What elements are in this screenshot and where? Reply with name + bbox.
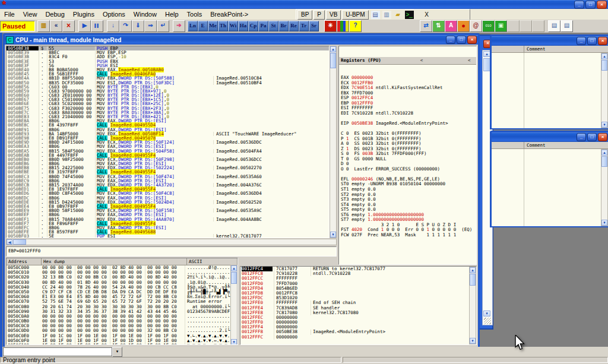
register-line[interactable]: FCW 027F Prec NEAR,53 Mask 1 1 1 1 1 1: [339, 233, 476, 238]
registers-next-icon[interactable]: <: [468, 57, 476, 64]
register-line[interactable]: T 0 GS 0000 NULL: [339, 157, 476, 162]
menu-item-plugins[interactable]: Plugins: [69, 10, 99, 19]
menu-item-tools[interactable]: Tools: [183, 10, 207, 19]
command-combobox[interactable]: [3, 347, 112, 356]
disasm-row[interactable]: 0050BEFE.E8 8597F8FFCALL ImageRed.004956…: [7, 230, 329, 234]
plugin-button-u-bpm[interactable]: U-BPM: [342, 10, 368, 20]
console-icon[interactable]: >_: [405, 11, 414, 19]
comment-window-2-titlebar[interactable]: _ □ ×: [492, 132, 608, 142]
record-icon[interactable]: ●: [457, 20, 470, 32]
registers-prev-icon[interactable]: <: [420, 57, 429, 64]
disasm-row[interactable]: 0050BF03.5EPOP ESIkernel32.7C817077: [7, 234, 329, 238]
folder-icon[interactable]: ▰: [394, 11, 403, 19]
close-icon[interactable]: ×: [467, 36, 477, 44]
plugin-button-vb[interactable]: VB: [326, 10, 341, 20]
open-file-button[interactable]: ▥: [37, 20, 50, 32]
animate-into-button[interactable]: ⇓: [132, 20, 144, 32]
close-process-button[interactable]: ×: [62, 20, 75, 32]
disassembly-pane[interactable]: 0050BE38$55PUSH EBP0050BE39.8BECMOV EBP,…: [6, 46, 330, 238]
scroll-down-icon[interactable]: ▼: [483, 311, 490, 316]
memory-map-button[interactable]: Me: [208, 21, 218, 31]
maximize-button[interactable]: □: [587, 133, 597, 141]
threads-button[interactable]: Th: [218, 21, 228, 31]
disasm-row[interactable]: 0050BE3B.83C4 F0ADD ESP,-10: [7, 55, 329, 59]
menu-item-help[interactable]: Help: [161, 10, 183, 19]
restart-button[interactable]: «: [50, 20, 62, 32]
swap-arrows-icon[interactable]: ⇄: [420, 20, 432, 32]
pause-button[interactable]: ▌▌: [91, 20, 103, 32]
menu-item-options[interactable]: Options: [99, 10, 129, 19]
menu-item-debug[interactable]: Debug: [41, 10, 68, 19]
menu-item-window[interactable]: Window: [129, 10, 161, 19]
windows-button[interactable]: Wi: [228, 21, 238, 31]
dump-row[interactable]: 0050C1001F 00 1F 001F 00 1F 001E 00 1F 0…: [7, 343, 238, 345]
minimize-button[interactable]: _: [574, 1, 584, 9]
go-to-address-button[interactable]: ➔: [173, 20, 185, 32]
restore-button[interactable]: □: [585, 1, 596, 9]
menu-item-breakpoint[interactable]: BreakPoint->: [206, 10, 252, 19]
minimize-button[interactable]: _: [577, 133, 586, 141]
cpu-window-icon: C: [6, 36, 14, 44]
stack-row[interactable]: 0012FFFC00000000: [240, 335, 476, 340]
animate-over-button[interactable]: ⇒: [144, 20, 157, 32]
breakpoints-button[interactable]: Br: [278, 21, 289, 31]
debug-options-button[interactable]: ✳: [324, 20, 337, 32]
log-window-button[interactable]: Ln: [188, 21, 198, 31]
source-button[interactable]: Sr: [309, 21, 319, 31]
notepad-icon[interactable]: ▤: [371, 11, 380, 19]
handles-button[interactable]: Ha: [238, 21, 248, 31]
disasm-row[interactable]: 0050BE3E.53PUSH EBX: [7, 59, 329, 64]
stack-pane[interactable]: 0012FFC47C817077RETURN to kernel32.7C817…: [240, 266, 477, 345]
call-stack-button[interactable]: St: [268, 21, 278, 31]
minimize-button[interactable]: _: [577, 37, 586, 45]
updown-icon[interactable]: ⇅: [432, 20, 445, 32]
combo-dropdown-icon[interactable]: ▼: [112, 347, 122, 357]
help-button[interactable]: ?: [349, 20, 362, 32]
close-icon[interactable]: ×: [598, 133, 607, 141]
info-pane[interactable]: EBP=0012FFF0: [6, 246, 337, 257]
disassembly-vscrollbar[interactable]: ▲ ▼: [330, 46, 337, 238]
close-icon[interactable]: ×: [598, 37, 607, 45]
vertical-scrollbar[interactable]: ▲ ▼: [601, 149, 608, 226]
plugin-button-p[interactable]: P: [314, 10, 325, 20]
window-pane-icon[interactable]: ▣: [495, 20, 507, 32]
cpu-window-titlebar[interactable]: C CPU - main thread, module ImageRed _ □…: [5, 35, 478, 45]
maximize-button[interactable]: □: [587, 37, 597, 45]
run-trace-button[interactable]: Tr: [299, 21, 309, 31]
appearance-button[interactable]: ▉: [337, 20, 349, 32]
patches-button[interactable]: Pa: [258, 21, 268, 31]
menu-item-view[interactable]: View: [19, 10, 42, 19]
dump-pane[interactable]: Address Hex dump ASCII 0050C00000 00 00 …: [6, 258, 238, 345]
ascii-table-icon[interactable]: A: [445, 20, 457, 32]
disassembly-hscrollbar[interactable]: ◀: [6, 239, 337, 245]
script-icon[interactable]: ▥: [382, 11, 391, 19]
execute-till-return-button[interactable]: ↵: [157, 20, 169, 32]
maximize-button[interactable]: □: [457, 36, 466, 44]
bits-icon[interactable]: 010: [482, 20, 495, 32]
page-icon-2[interactable]: ▤: [560, 20, 573, 32]
register-line[interactable]: EDI 7C910228 ntdll.7C910228: [339, 111, 476, 116]
close-button[interactable]: ×: [597, 1, 607, 9]
step-into-button[interactable]: ↓: [107, 20, 119, 32]
stack-vscrollbar[interactable]: ▲ ▼: [469, 267, 476, 344]
cpu-window-button[interactable]: Cp: [248, 21, 258, 31]
minimize-button[interactable]: _: [446, 36, 455, 44]
register-line[interactable]: EIP 0050BE38 ImageRed.<ModuleEntryPoint>: [339, 121, 476, 126]
registers-pane[interactable]: Registers (FPU) < < EAX 00000000ECX 0012…: [338, 46, 477, 265]
plugin-button-bp[interactable]: BP: [297, 10, 312, 20]
run-button[interactable]: ▶: [78, 20, 91, 32]
plugin-close-button[interactable]: X: [422, 11, 432, 18]
step-over-button[interactable]: ↷: [119, 20, 132, 32]
comment-window-1-titlebar[interactable]: _ □ ×: [492, 36, 608, 46]
comment-window-2-body[interactable]: ▲ ▼: [492, 149, 608, 226]
dump-vscrollbar[interactable]: ▲ ▼: [230, 265, 238, 345]
register-line[interactable]: O 0 LastErr ERROR_SUCCESS (00000000): [339, 167, 476, 172]
executables-button[interactable]: E: [198, 21, 208, 31]
spiral-icon[interactable]: @: [470, 20, 482, 32]
vertical-scrollbar[interactable]: ▲ ▼: [601, 53, 608, 128]
page-icon-1[interactable]: ▤: [548, 20, 560, 32]
comment-window-1-body[interactable]: ▲ ▼: [492, 53, 608, 128]
menu-item-file[interactable]: File: [0, 10, 19, 19]
resize-grip[interactable]: [484, 318, 491, 324]
references-button[interactable]: Re: [289, 21, 299, 31]
